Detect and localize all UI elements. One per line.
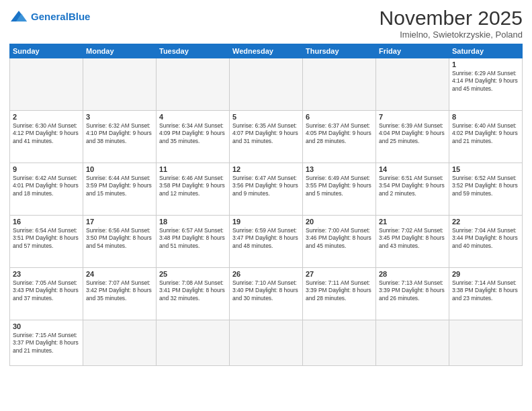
calendar-cell: 3Sunrise: 6:32 AM Sunset: 4:10 PM Daylig…	[83, 111, 157, 163]
calendar-cell: 22Sunrise: 7:04 AM Sunset: 3:44 PM Dayli…	[449, 216, 523, 268]
calendar-cell: 8Sunrise: 6:40 AM Sunset: 4:02 PM Daylig…	[449, 111, 523, 163]
calendar-cell	[303, 320, 376, 366]
calendar-cell: 4Sunrise: 6:34 AM Sunset: 4:09 PM Daylig…	[157, 111, 230, 163]
day-number: 23	[13, 270, 80, 278]
calendar-cell: 2Sunrise: 6:30 AM Sunset: 4:12 PM Daylig…	[10, 111, 83, 163]
day-number: 18	[159, 218, 226, 226]
day-number: 15	[452, 165, 519, 173]
col-header-saturday: Saturday	[449, 44, 523, 58]
day-info: Sunrise: 6:40 AM Sunset: 4:02 PM Dayligh…	[452, 122, 519, 145]
day-info: Sunrise: 6:51 AM Sunset: 3:54 PM Dayligh…	[379, 175, 446, 197]
month-title: November 2025	[380, 7, 523, 30]
day-info: Sunrise: 6:52 AM Sunset: 3:52 PM Dayligh…	[452, 175, 519, 197]
calendar-cell	[449, 320, 523, 366]
calendar-cell: 30Sunrise: 7:15 AM Sunset: 3:37 PM Dayli…	[10, 320, 83, 366]
col-header-tuesday: Tuesday	[157, 44, 230, 58]
col-header-sunday: Sunday	[10, 44, 83, 58]
calendar-header-row: SundayMondayTuesdayWednesdayThursdayFrid…	[10, 44, 523, 58]
day-number: 6	[306, 113, 373, 121]
calendar-cell: 7Sunrise: 6:39 AM Sunset: 4:04 PM Daylig…	[376, 111, 449, 163]
day-info: Sunrise: 7:14 AM Sunset: 3:38 PM Dayligh…	[452, 279, 519, 302]
calendar-cell: 10Sunrise: 6:44 AM Sunset: 3:59 PM Dayli…	[83, 163, 157, 216]
calendar-cell	[303, 58, 376, 111]
week-row-4: 16Sunrise: 6:54 AM Sunset: 3:51 PM Dayli…	[10, 216, 523, 268]
day-number: 27	[306, 270, 373, 278]
calendar-cell: 21Sunrise: 7:02 AM Sunset: 3:45 PM Dayli…	[376, 216, 449, 268]
day-info: Sunrise: 6:44 AM Sunset: 3:59 PM Dayligh…	[86, 175, 153, 197]
calendar-cell: 18Sunrise: 6:57 AM Sunset: 3:48 PM Dayli…	[157, 216, 230, 268]
calendar-cell	[83, 58, 157, 111]
col-header-wednesday: Wednesday	[230, 44, 303, 58]
header: GeneralBlue November 2025 Imielno, Swiet…	[9, 7, 523, 40]
calendar-cell	[376, 320, 449, 366]
day-number: 19	[232, 218, 300, 226]
calendar-cell: 11Sunrise: 6:46 AM Sunset: 3:58 PM Dayli…	[157, 163, 230, 216]
location-subtitle: Imielno, Swietokrzyskie, Poland	[380, 30, 523, 40]
day-info: Sunrise: 6:54 AM Sunset: 3:51 PM Dayligh…	[13, 227, 80, 250]
day-number: 29	[452, 270, 519, 278]
day-number: 17	[86, 218, 153, 226]
calendar-cell: 16Sunrise: 6:54 AM Sunset: 3:51 PM Dayli…	[10, 216, 83, 268]
day-number: 5	[232, 113, 300, 121]
day-info: Sunrise: 6:39 AM Sunset: 4:04 PM Dayligh…	[379, 122, 446, 145]
calendar-cell: 9Sunrise: 6:42 AM Sunset: 4:01 PM Daylig…	[10, 163, 83, 216]
col-header-friday: Friday	[376, 44, 449, 58]
calendar-cell: 23Sunrise: 7:05 AM Sunset: 3:43 PM Dayli…	[10, 268, 83, 320]
calendar-cell	[83, 320, 157, 366]
day-info: Sunrise: 7:11 AM Sunset: 3:39 PM Dayligh…	[306, 279, 373, 302]
day-info: Sunrise: 7:08 AM Sunset: 3:41 PM Dayligh…	[159, 279, 226, 302]
calendar-cell: 26Sunrise: 7:10 AM Sunset: 3:40 PM Dayli…	[230, 268, 303, 320]
calendar-cell: 29Sunrise: 7:14 AM Sunset: 3:38 PM Dayli…	[449, 268, 523, 320]
calendar-cell: 5Sunrise: 6:35 AM Sunset: 4:07 PM Daylig…	[230, 111, 303, 163]
day-number: 21	[379, 218, 446, 226]
calendar: SundayMondayTuesdayWednesdayThursdayFrid…	[9, 44, 523, 366]
day-number: 25	[159, 270, 226, 278]
day-info: Sunrise: 7:15 AM Sunset: 3:37 PM Dayligh…	[13, 332, 80, 355]
calendar-cell: 20Sunrise: 7:00 AM Sunset: 3:46 PM Dayli…	[303, 216, 376, 268]
logo: GeneralBlue	[9, 9, 90, 24]
day-info: Sunrise: 7:00 AM Sunset: 3:46 PM Dayligh…	[306, 227, 373, 250]
calendar-cell	[230, 320, 303, 366]
day-info: Sunrise: 6:30 AM Sunset: 4:12 PM Dayligh…	[13, 122, 80, 145]
day-number: 12	[232, 165, 300, 173]
day-number: 13	[306, 165, 373, 173]
day-number: 11	[159, 165, 226, 173]
day-info: Sunrise: 7:04 AM Sunset: 3:44 PM Dayligh…	[452, 227, 519, 250]
title-block: November 2025 Imielno, Swietokrzyskie, P…	[380, 7, 523, 40]
calendar-cell	[230, 58, 303, 111]
day-number: 7	[379, 113, 446, 121]
calendar-cell: 19Sunrise: 6:59 AM Sunset: 3:47 PM Dayli…	[230, 216, 303, 268]
day-number: 26	[232, 270, 300, 278]
calendar-cell	[157, 320, 230, 366]
col-header-monday: Monday	[83, 44, 157, 58]
col-header-thursday: Thursday	[303, 44, 376, 58]
day-info: Sunrise: 7:10 AM Sunset: 3:40 PM Dayligh…	[232, 279, 300, 302]
day-info: Sunrise: 6:32 AM Sunset: 4:10 PM Dayligh…	[86, 122, 153, 145]
day-info: Sunrise: 6:37 AM Sunset: 4:05 PM Dayligh…	[306, 122, 373, 145]
day-number: 20	[306, 218, 373, 226]
day-number: 28	[379, 270, 446, 278]
day-number: 22	[452, 218, 519, 226]
calendar-cell: 13Sunrise: 6:49 AM Sunset: 3:55 PM Dayli…	[303, 163, 376, 216]
day-info: Sunrise: 6:56 AM Sunset: 3:50 PM Dayligh…	[86, 227, 153, 250]
week-row-1: 1Sunrise: 6:29 AM Sunset: 4:14 PM Daylig…	[10, 58, 523, 111]
day-info: Sunrise: 7:05 AM Sunset: 3:43 PM Dayligh…	[13, 279, 80, 302]
logo-text: GeneralBlue	[31, 11, 90, 23]
day-number: 8	[452, 113, 519, 121]
page: GeneralBlue November 2025 Imielno, Swiet…	[0, 0, 532, 411]
logo-general: General	[31, 11, 69, 22]
week-row-6: 30Sunrise: 7:15 AM Sunset: 3:37 PM Dayli…	[10, 320, 523, 366]
calendar-cell: 28Sunrise: 7:13 AM Sunset: 3:39 PM Dayli…	[376, 268, 449, 320]
calendar-cell: 14Sunrise: 6:51 AM Sunset: 3:54 PM Dayli…	[376, 163, 449, 216]
day-info: Sunrise: 6:46 AM Sunset: 3:58 PM Dayligh…	[159, 175, 226, 197]
calendar-cell	[157, 58, 230, 111]
day-number: 4	[159, 113, 226, 121]
week-row-5: 23Sunrise: 7:05 AM Sunset: 3:43 PM Dayli…	[10, 268, 523, 320]
day-info: Sunrise: 7:07 AM Sunset: 3:42 PM Dayligh…	[86, 279, 153, 302]
day-info: Sunrise: 6:42 AM Sunset: 4:01 PM Dayligh…	[13, 175, 80, 197]
day-info: Sunrise: 7:13 AM Sunset: 3:39 PM Dayligh…	[379, 279, 446, 302]
week-row-2: 2Sunrise: 6:30 AM Sunset: 4:12 PM Daylig…	[10, 111, 523, 163]
day-number: 10	[86, 165, 153, 173]
logo-blue: Blue	[69, 11, 91, 22]
week-row-3: 9Sunrise: 6:42 AM Sunset: 4:01 PM Daylig…	[10, 163, 523, 216]
